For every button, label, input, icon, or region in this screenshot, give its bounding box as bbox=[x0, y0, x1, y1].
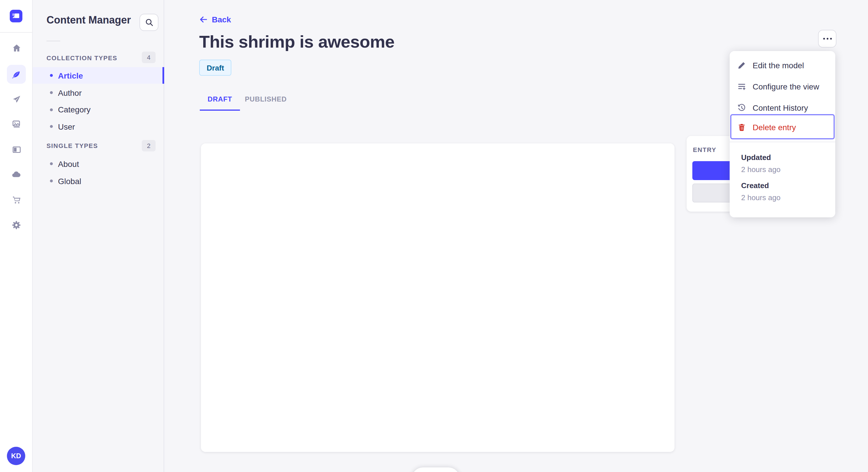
sidebar-item-label: Category bbox=[58, 105, 91, 114]
delete-entry-highlight bbox=[730, 114, 835, 139]
page-title: This shrimp is awesome bbox=[199, 32, 394, 52]
content-manager-subnav: Content Manager COLLECTION TYPES 4 Artic… bbox=[33, 0, 164, 472]
bullet-icon bbox=[50, 91, 53, 94]
menu-item-configure-the-view[interactable]: Configure the view bbox=[730, 76, 835, 97]
rail-divider bbox=[0, 32, 33, 33]
layout-icon[interactable] bbox=[7, 140, 26, 159]
subnav-divider bbox=[46, 41, 60, 41]
history-clock-icon bbox=[738, 103, 746, 111]
subnav-title: Content Manager bbox=[46, 14, 131, 26]
sidebar-item-global[interactable]: Global bbox=[33, 173, 164, 189]
sidebar-item-category[interactable]: Category bbox=[33, 101, 164, 118]
sidebar-item-label: User bbox=[58, 122, 75, 131]
strapi-logo-glyph bbox=[10, 10, 22, 22]
pencil-icon bbox=[738, 61, 746, 69]
sidebar-item-author[interactable]: Author bbox=[33, 84, 164, 101]
active-indicator-bar bbox=[162, 67, 164, 84]
sidebar-item-article[interactable]: Article bbox=[33, 67, 164, 84]
status-badge: Draft bbox=[199, 60, 231, 76]
back-link[interactable]: Back bbox=[200, 15, 231, 24]
search-icon bbox=[145, 19, 153, 26]
bottom-floating-pill[interactable] bbox=[412, 467, 460, 472]
bullet-icon bbox=[50, 179, 53, 182]
sidebar-item-user[interactable]: User bbox=[33, 118, 164, 135]
updated-value: 2 hours ago bbox=[741, 165, 780, 174]
sidebar-item-label: About bbox=[58, 159, 79, 168]
content-manager-feather-icon[interactable] bbox=[7, 65, 26, 84]
media-library-icon[interactable] bbox=[7, 115, 26, 134]
user-avatar[interactable]: KD bbox=[7, 447, 25, 465]
ellipsis-icon bbox=[823, 38, 825, 40]
ellipsis-icon bbox=[830, 38, 832, 40]
settings-gear-icon[interactable] bbox=[7, 216, 26, 235]
sidebar-item-about[interactable]: About bbox=[33, 156, 164, 172]
active-tab-underline bbox=[200, 109, 240, 111]
more-actions-button[interactable] bbox=[818, 30, 836, 47]
main-nav-rail: KD bbox=[0, 0, 33, 472]
menu-item-label: Edit the model bbox=[753, 61, 804, 70]
sidebar-item-label: Article bbox=[58, 71, 83, 80]
section-single-types: SINGLE TYPES bbox=[46, 142, 98, 149]
section-collection-types: COLLECTION TYPES bbox=[46, 55, 117, 61]
bullet-icon bbox=[50, 74, 53, 77]
marketplace-cart-icon[interactable] bbox=[7, 191, 26, 209]
menu-item-label: Content History bbox=[753, 103, 808, 112]
tab-draft[interactable]: DRAFT bbox=[200, 94, 240, 105]
app-window: KD Content Manager COLLECTION TYPES 4 Ar… bbox=[0, 0, 868, 472]
created-value: 2 hours ago bbox=[741, 193, 780, 202]
entry-panel-label: ENTRY bbox=[693, 146, 716, 153]
sidebar-item-label: Global bbox=[58, 176, 81, 186]
created-label: Created bbox=[741, 181, 769, 190]
updated-label: Updated bbox=[741, 153, 771, 162]
menu-divider bbox=[730, 142, 835, 142]
ellipsis-icon bbox=[826, 38, 828, 40]
search-button[interactable] bbox=[140, 14, 158, 31]
menu-item-edit-the-model[interactable]: Edit the model bbox=[730, 55, 835, 76]
tab-published[interactable]: PUBLISHED bbox=[246, 94, 286, 105]
home-icon[interactable] bbox=[7, 38, 26, 57]
cloud-icon[interactable] bbox=[7, 165, 26, 184]
bullet-icon bbox=[50, 108, 53, 111]
strapi-logo[interactable] bbox=[10, 10, 22, 22]
bullet-icon bbox=[50, 162, 53, 165]
single-types-count: 2 bbox=[142, 140, 156, 151]
entry-form-card bbox=[201, 143, 675, 452]
back-label: Back bbox=[212, 15, 231, 24]
bullet-icon bbox=[50, 125, 53, 128]
list-settings-icon bbox=[738, 82, 746, 90]
back-arrow-icon bbox=[200, 16, 207, 23]
collection-types-count: 4 bbox=[142, 52, 156, 63]
menu-item-label: Configure the view bbox=[753, 82, 819, 91]
sidebar-item-label: Author bbox=[58, 88, 82, 97]
send-plane-icon[interactable] bbox=[7, 90, 26, 108]
